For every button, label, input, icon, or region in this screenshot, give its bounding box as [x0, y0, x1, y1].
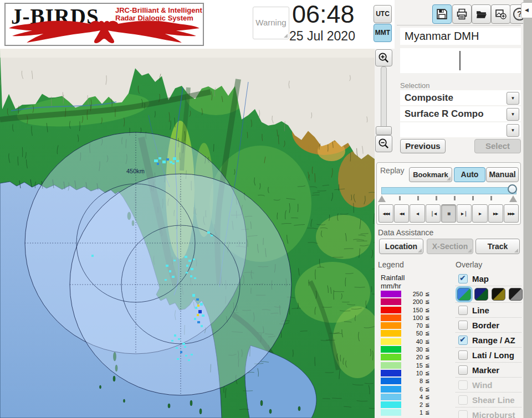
- product-dropdown-2-value: Surface R Compo: [400, 106, 521, 121]
- checkbox: [458, 395, 468, 405]
- legend-lte-symbol: ≦: [425, 401, 429, 407]
- overlay-item-line: Line: [456, 302, 521, 317]
- legend-swatch: [381, 291, 401, 297]
- select-button[interactable]: Select: [474, 139, 521, 153]
- clock-time: 06:48: [292, 0, 355, 29]
- site-entry-box[interactable]: [400, 48, 521, 73]
- legend-swatch: [381, 346, 401, 353]
- collapse-arrow-icon: ◀: [525, 7, 529, 13]
- slider-tick: [490, 196, 492, 200]
- skip-end-button[interactable]: ▸❘: [457, 204, 472, 223]
- play-button[interactable]: ▸: [472, 204, 487, 223]
- legend-label: Legend: [378, 260, 404, 269]
- time-slider-handle[interactable]: [508, 184, 517, 194]
- overlay-item-map: Map: [456, 271, 521, 286]
- map-style-swatch[interactable]: [457, 288, 471, 301]
- print-button[interactable]: [452, 4, 472, 24]
- open-folder-icon: [475, 8, 487, 20]
- time-slider[interactable]: [381, 187, 516, 194]
- track-button[interactable]: Track: [475, 239, 520, 254]
- checkbox[interactable]: [458, 350, 468, 360]
- legend-lte-symbol: ≦: [425, 378, 429, 384]
- slider-tick: [399, 196, 401, 200]
- zoom-in-icon: [378, 52, 390, 64]
- chevron-down-icon[interactable]: ▼: [507, 108, 519, 121]
- legend-row: 70≦: [381, 322, 442, 329]
- overlay-item-label: Wind: [472, 380, 493, 390]
- legend-value: 70: [403, 322, 423, 329]
- legend-lte-symbol: ≦: [425, 346, 429, 352]
- legend-swatch: [381, 314, 401, 321]
- legend-swatch: [381, 330, 401, 337]
- zoom-slider-track[interactable]: [381, 66, 387, 133]
- auto-button[interactable]: Auto: [454, 167, 485, 182]
- save-button[interactable]: [432, 4, 452, 24]
- zoom-slider-handle[interactable]: [376, 126, 392, 135]
- legend-row: 100≦: [381, 314, 442, 322]
- zoom-in-button[interactable]: [375, 49, 392, 66]
- product-dropdown-3[interactable]: ▼: [400, 122, 521, 137]
- chevron-down-icon[interactable]: ▼: [507, 124, 519, 137]
- overlay-item-label: Lati / Long: [472, 350, 514, 360]
- add-image-icon: [495, 8, 507, 20]
- rewind-fast-button[interactable]: ◂◂◂: [378, 204, 393, 223]
- rewind-button[interactable]: ◂◂: [394, 204, 409, 223]
- legend-value: 50: [403, 330, 423, 337]
- legend-value: 10: [403, 370, 423, 376]
- product-dropdown-1[interactable]: Composite ▼: [400, 90, 521, 105]
- utc-button[interactable]: UTC: [374, 5, 392, 23]
- previous-button[interactable]: Previous: [400, 139, 446, 153]
- legend-swatch: [381, 401, 401, 408]
- checkbox[interactable]: [458, 336, 468, 345]
- add-image-button[interactable]: [491, 4, 510, 24]
- open-folder-button[interactable]: [472, 4, 491, 24]
- overlay-item-border: Border: [456, 317, 521, 332]
- skip-start-button[interactable]: ❘◂: [426, 204, 441, 223]
- forward-fast-button[interactable]: ▸▸▸: [504, 204, 519, 223]
- overlay-item-label: Line: [472, 306, 489, 315]
- mmt-button[interactable]: MMT: [374, 24, 392, 42]
- legend-value: 150: [403, 307, 423, 313]
- manual-button[interactable]: Manual: [486, 167, 519, 182]
- collapse-panel-button[interactable]: ◀: [521, 2, 532, 18]
- legend-swatch: [381, 338, 401, 345]
- legend-row: 200≦: [381, 298, 442, 306]
- legend-scale: 250≦200≦150≦100≦70≦50≦40≦30≦20≦15≦10≦8≦6…: [381, 290, 442, 417]
- legend-lte-symbol: ≦: [425, 354, 429, 360]
- slider-tick: [454, 196, 456, 200]
- map-style-swatch[interactable]: [509, 288, 523, 301]
- checkbox[interactable]: [458, 274, 468, 283]
- step-back-button[interactable]: ◂: [410, 204, 424, 223]
- save-icon: [436, 8, 448, 20]
- toolbar-divider: [397, 25, 521, 25]
- overlay-item-microburst: Microburst: [456, 407, 521, 418]
- legend-row: 250≦: [381, 290, 442, 298]
- map-style-swatch[interactable]: [474, 288, 488, 301]
- checkbox[interactable]: [458, 306, 468, 315]
- print-icon: [456, 8, 468, 20]
- map-style-swatch[interactable]: [492, 288, 505, 301]
- checkbox[interactable]: [458, 365, 468, 375]
- legend-row: 6≦: [381, 385, 442, 393]
- warning-button[interactable]: Warning: [253, 7, 289, 39]
- product-dropdown-1-value: Composite: [400, 90, 521, 105]
- selection-label: Selection: [400, 81, 429, 90]
- overlay-item-label: Shear Line: [472, 395, 515, 405]
- forward-button[interactable]: ▸▸: [488, 204, 503, 223]
- x-section-button[interactable]: X-Section: [427, 239, 473, 254]
- bookmark-button[interactable]: Bookmark: [409, 167, 452, 182]
- checkbox[interactable]: [458, 321, 468, 330]
- radar-map[interactable]: 450km: [0, 49, 375, 418]
- chevron-down-icon[interactable]: ▼: [507, 92, 519, 105]
- legend-row: 10≦: [381, 369, 442, 377]
- overlay-list: MapLineBorderRange / AZLati / LongMarker…: [456, 271, 521, 418]
- overlay-item-lati-long: Lati / Long: [456, 347, 521, 362]
- product-dropdown-2[interactable]: Surface R Compo ▼: [400, 106, 521, 121]
- legend-value: 250: [403, 291, 423, 297]
- stop-button[interactable]: ■: [441, 204, 456, 223]
- legend-value: 2: [403, 401, 423, 408]
- clock-date: 25 Jul 2020: [289, 29, 355, 44]
- zoom-out-button[interactable]: [375, 135, 392, 152]
- location-button[interactable]: Location: [379, 239, 423, 254]
- legend-lte-symbol: ≦: [425, 370, 429, 376]
